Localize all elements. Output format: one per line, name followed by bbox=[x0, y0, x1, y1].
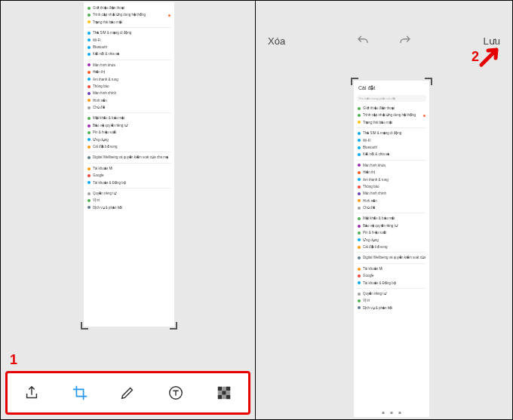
share-button[interactable] bbox=[21, 382, 42, 403]
settings-row-label: Vị trí bbox=[363, 299, 425, 302]
settings-row-label: Kết nối & chia sẻ bbox=[93, 52, 170, 56]
settings-row: Cài đặt bổ sung bbox=[357, 244, 426, 250]
settings-row-label: Màn hình khóa bbox=[93, 63, 170, 67]
settings-row-label: Trình cập nhật ứng dung hệ thống bbox=[363, 113, 419, 117]
settings-row: Vị trí bbox=[357, 297, 426, 304]
settings-row: Kết nối & chia sẻ bbox=[87, 51, 171, 57]
settings-row: Digital Wellbeing và quyền kiểm soát của… bbox=[357, 254, 426, 261]
settings-row: Âm thanh & rung bbox=[357, 176, 426, 183]
settings-title: Cài đặt bbox=[357, 83, 426, 94]
settings-row-label: Ứng dụng bbox=[93, 138, 170, 142]
svg-rect-9 bbox=[226, 395, 231, 400]
settings-row-label: Vị trí bbox=[93, 198, 170, 202]
screenshot-preview: Cài đặt Tìm kiếm trong phần cài đặt Giới… bbox=[354, 81, 429, 417]
tutorial-container: Giới thiệu điện thoạiTrình cập nhật ứng … bbox=[0, 0, 513, 420]
settings-row: Dịch vụ & phản hồi bbox=[87, 204, 171, 211]
settings-row-icon bbox=[88, 124, 91, 127]
settings-row: Quyền riêng tư bbox=[87, 190, 171, 197]
settings-row-icon bbox=[358, 274, 361, 277]
settings-row-label: Âm thanh & rung bbox=[363, 178, 425, 182]
mosaic-button[interactable] bbox=[213, 382, 235, 403]
settings-row: Giới thiệu điện thoại bbox=[87, 5, 171, 11]
settings-row-label: Màn hình chính bbox=[363, 192, 425, 195]
svg-rect-7 bbox=[218, 395, 223, 400]
settings-row: Trình cập nhật ứng dung hệ thống bbox=[87, 11, 171, 18]
settings-row: Chủ đề bbox=[357, 204, 426, 211]
settings-row-icon bbox=[88, 206, 91, 209]
crop-corner-br[interactable] bbox=[170, 322, 177, 330]
settings-row-icon bbox=[358, 121, 361, 124]
settings-row-icon bbox=[358, 178, 361, 181]
settings-row-icon bbox=[358, 207, 361, 210]
settings-row: Bluetooth bbox=[87, 44, 171, 51]
settings-row-label: Chủ đề bbox=[363, 206, 425, 210]
text-button[interactable] bbox=[165, 382, 186, 403]
settings-row-label: Kết nối & chia sẻ bbox=[363, 152, 425, 156]
settings-row: Digital Wellbeing và quyền kiểm soát của… bbox=[87, 154, 171, 161]
settings-row: Chủ đề bbox=[87, 104, 171, 111]
settings-row-label: Màn hình chính bbox=[93, 91, 170, 95]
settings-row-icon bbox=[88, 85, 91, 88]
settings-row-label: Wi-Fi bbox=[93, 38, 170, 42]
redo-button[interactable] bbox=[398, 33, 413, 48]
settings-row-icon bbox=[358, 281, 361, 284]
settings-row-icon bbox=[88, 20, 91, 23]
settings-row: Google bbox=[357, 272, 426, 279]
settings-row-icon bbox=[88, 138, 91, 141]
settings-row-label: Giới thiệu điện thoại bbox=[93, 6, 170, 10]
settings-row: Ứng dụng bbox=[87, 136, 171, 143]
settings-row: Màn hình khóa bbox=[87, 62, 171, 69]
svg-rect-1 bbox=[218, 387, 223, 391]
settings-row-icon bbox=[358, 146, 361, 149]
settings-row-label: Thông báo bbox=[93, 84, 170, 88]
settings-row-icon bbox=[358, 217, 361, 220]
settings-row-icon bbox=[88, 181, 91, 184]
settings-row-icon bbox=[358, 139, 361, 142]
settings-row-label: Bluetooth bbox=[93, 45, 170, 49]
settings-row-label: Pin & hiệu suất bbox=[363, 231, 425, 235]
settings-row-icon bbox=[358, 192, 361, 195]
settings-row-label: Chủ đề bbox=[93, 106, 170, 109]
settings-row-icon bbox=[88, 167, 91, 170]
settings-row: Vị trí bbox=[87, 197, 171, 204]
draw-button[interactable] bbox=[117, 382, 138, 403]
settings-row-label: Trạng thái bảo mật bbox=[363, 121, 425, 124]
settings-row-label: Hình nền bbox=[363, 199, 425, 203]
settings-row-icon bbox=[88, 199, 91, 202]
settings-row-icon bbox=[88, 117, 91, 120]
settings-row-icon bbox=[358, 293, 361, 296]
settings-row: Ứng dụng bbox=[357, 237, 426, 244]
settings-row-icon bbox=[88, 156, 91, 159]
svg-rect-8 bbox=[222, 395, 226, 400]
settings-row-label: Trình cập nhật ứng dung hệ thống bbox=[93, 13, 164, 17]
undo-button[interactable] bbox=[355, 33, 370, 48]
settings-row-label: Pin & hiệu suất bbox=[93, 130, 170, 134]
crop-corner-tr[interactable] bbox=[425, 78, 432, 85]
delete-button[interactable]: Xóa bbox=[268, 35, 285, 47]
crop-corner-bl[interactable] bbox=[81, 322, 88, 330]
settings-row-icon bbox=[88, 131, 91, 134]
settings-row: Hiển thị bbox=[357, 169, 426, 176]
settings-row-label: Giới thiệu điện thoại bbox=[363, 106, 425, 110]
crop-corner-tl[interactable] bbox=[351, 78, 358, 85]
settings-row: Google bbox=[87, 172, 171, 179]
settings-row-label: Tài khoản & Đồng bộ bbox=[363, 281, 425, 285]
settings-row-label: Ứng dụng bbox=[363, 238, 425, 242]
settings-row: Thẻ SIM & mạng di động bbox=[87, 29, 171, 36]
settings-row-label: Bảo vệ quyền riêng tư bbox=[363, 224, 425, 228]
settings-row: Trạng thái bảo mật bbox=[87, 19, 171, 26]
settings-row-label: Tài khoản Mi bbox=[363, 267, 425, 271]
step-2-panel: Xóa Lưu 2 Cài đặt Tìm kiếm trong phần cà… bbox=[256, 1, 512, 419]
settings-row-label: Bảo vệ quyền riêng tư bbox=[93, 124, 170, 127]
settings-row-icon bbox=[88, 78, 91, 81]
settings-row-label: Hiển thị bbox=[93, 70, 170, 74]
settings-row-label: Wi-Fi bbox=[363, 139, 425, 143]
settings-row-label: Mật khẩu & bảo mật bbox=[363, 216, 425, 220]
settings-row: Bluetooth bbox=[357, 144, 426, 151]
settings-row: Tài khoản & Đồng bộ bbox=[87, 179, 171, 186]
svg-rect-5 bbox=[222, 391, 226, 395]
settings-row-label: Thẻ SIM & mạng di động bbox=[363, 131, 425, 135]
crop-button[interactable] bbox=[69, 382, 91, 403]
settings-row-icon bbox=[88, 63, 91, 66]
settings-row-label: Mật khẩu & bảo mật bbox=[93, 116, 170, 120]
